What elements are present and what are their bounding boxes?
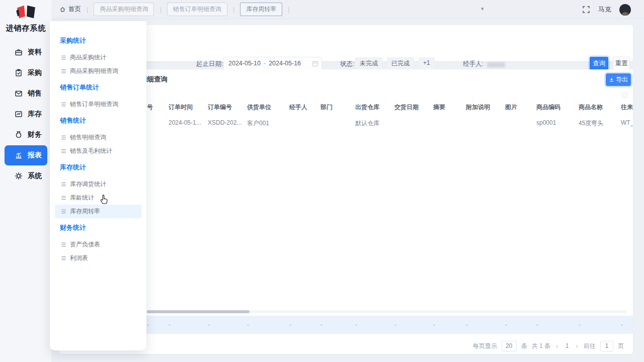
reports-flyout-menu: 采购统计 商品采购统计 商品采购明细查询 销售订单统计 销售订单明细查询 销售统… [50,21,146,350]
column-settings-icon[interactable] [622,93,627,98]
menu-section-sales-order-stats: 销售订单统计 [60,83,146,92]
cell-product-code: sp0001 [536,119,577,126]
sidebar-item-label: 系统 [28,171,42,180]
menu-item-sales-order-detail-query[interactable]: 销售订单明细查询 [60,98,146,111]
logo-icon [15,4,38,21]
prev-page-icon[interactable]: ‹ [555,342,559,350]
col-header[interactable]: 商品名称 [579,103,619,112]
col-header[interactable]: 号 [147,103,167,112]
summary-dash: - [320,321,354,328]
col-header[interactable]: 订单时间 [169,103,206,112]
menu-item-sales-detail-query[interactable]: 销售明细查询 [60,131,146,144]
tab-sales-order-detail-query[interactable]: 销售订单明细查询 [167,3,227,16]
search-button[interactable]: 查询 [590,57,608,70]
avatar[interactable] [619,4,631,16]
tab-separator: | [233,6,234,13]
handler-label: 经手人: [463,60,484,68]
menu-item-balance-sheet[interactable]: 资产负债表 [60,238,146,251]
chart-box-icon [15,110,23,118]
sidebar-item-data[interactable]: 资料 [5,42,47,62]
tab-separator: | [87,6,88,13]
menu-section-finance-stats: 财务统计 [60,223,146,232]
summary-dash: - [169,321,206,328]
summary-dash: - [355,321,393,328]
sidebar-item-reports[interactable]: 报表 [5,145,47,165]
status-label: 状态: [340,60,354,68]
tab-inventory-turnover[interactable]: 库存周转率 [240,3,282,16]
menu-item-purchase-detail-query[interactable]: 商品采购明细查询 [60,64,146,78]
sidebar-nav: 资料 采购 销售 库存 财务 报表 系统 [0,42,52,186]
export-button[interactable]: 导出 [606,73,631,86]
summary-dash: - [147,321,167,328]
col-header[interactable]: 附加说明 [466,103,504,112]
gear-icon [15,172,23,180]
col-header[interactable]: 订单编号 [208,103,246,112]
sidebar-item-label: 库存 [28,110,42,119]
col-header[interactable]: 经手人 [289,103,318,112]
fullscreen-icon[interactable] [582,6,590,14]
summary-dash: - [505,321,534,328]
sidebar-item-inventory[interactable]: 库存 [5,104,47,124]
col-header[interactable]: 出货仓库 [355,103,393,112]
money-bag-icon [15,131,23,139]
tab-home[interactable]: 首页 [59,5,81,14]
redacted-value[interactable] [487,62,505,67]
col-header[interactable]: 供货单位 [247,103,287,112]
cell-partner: WT_1 [621,119,633,126]
list-icon [61,255,66,261]
sidebar-item-purchase[interactable]: 采购 [5,63,47,83]
menu-section-inventory-stats: 库存统计 [60,163,146,172]
cell-order-no: XSDD-202... [208,119,246,126]
status-tag-finished[interactable]: 已完成 [387,57,414,70]
list-icon [61,55,66,60]
current-page[interactable]: 1 [564,342,571,349]
list-icon [61,68,66,74]
menu-item-label: 销售及毛利统计 [70,147,112,155]
horizontal-scrollbar [145,310,627,313]
status-tag-more[interactable]: +1 [419,57,435,70]
menu-item-income-statement[interactable]: 利润表 [60,251,146,265]
menu-item-label: 销售明细查询 [70,133,106,142]
reset-button[interactable]: 重置 [613,57,630,70]
col-header[interactable]: 往来单 [621,103,633,112]
bar-chart-icon [15,151,23,159]
cell-warehouse: 默认仓库 [355,119,393,128]
list-icon [61,242,66,247]
col-header[interactable]: 摘要 [433,103,464,112]
tab-separator: | [288,6,289,13]
goto-page-input[interactable]: 1 [600,341,613,351]
col-header[interactable]: 商品编码 [536,103,577,112]
sidebar: 进销存系统 资料 采购 销售 库存 财务 报表 系统 [0,0,52,362]
menu-item-label: 库存调货统计 [70,180,106,189]
menu-item-inventory-turnover[interactable]: 库存周转率 [55,205,141,218]
cell-order-time: 2024-05-1... [169,119,206,126]
horizontal-scrollbar-thumb[interactable] [147,310,250,313]
next-page-icon[interactable]: › [575,342,579,350]
per-page-select[interactable]: 20 [502,341,517,351]
status-tag-unfinished[interactable]: 未完成 [355,57,382,70]
menu-item-purchase-stats[interactable]: 商品采购统计 [60,51,146,64]
sidebar-item-label: 采购 [28,68,42,77]
sidebar-item-finance[interactable]: 财务 [5,125,47,145]
list-icon [61,209,66,214]
export-label: 导出 [616,75,628,84]
tab-overflow-caret-icon[interactable]: ▾ [481,6,484,12]
sidebar-item-system[interactable]: 系统 [5,166,47,186]
date-to-value: 2024-05-16 [269,60,301,67]
date-range-input[interactable]: 2024-05-10 - 2024-05-16 [223,57,322,70]
menu-item-sales-gross-profit[interactable]: 销售及毛利统计 [60,144,146,158]
topbar: 首页 | 商品采购明细查询 | 销售订单明细查询 | 库存周转率 | ▾ 马克 [52,0,644,19]
status-tags: 未完成 已完成 +1 [355,57,435,70]
menu-item-stock-age-stats[interactable]: 库龄统计 [60,191,146,205]
col-header[interactable]: 部门 [320,103,354,112]
col-header[interactable]: 交货日期 [394,103,432,112]
sidebar-item-label: 报表 [28,151,42,160]
col-header[interactable]: 图片 [505,103,534,112]
tab-purchase-detail-query[interactable]: 商品采购明细查询 [94,3,154,16]
menu-item-label: 利润表 [70,254,88,262]
menu-item-label: 销售订单明细查询 [70,100,118,109]
sidebar-item-sales[interactable]: 销售 [5,83,47,104]
envelope-icon [15,89,23,98]
menu-item-label: 库龄统计 [70,194,94,202]
menu-item-inventory-transfer-stats[interactable]: 库存调货统计 [60,177,146,191]
